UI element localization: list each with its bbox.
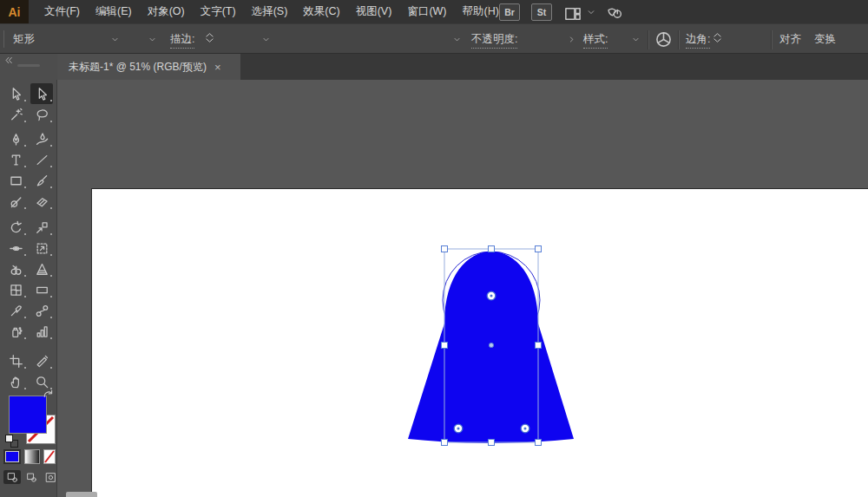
menu-separator bbox=[488, 5, 489, 18]
scale-tool[interactable] bbox=[30, 217, 53, 238]
workspace-switcher-icon[interactable] bbox=[564, 5, 582, 23]
stroke-weight-stepper[interactable] bbox=[204, 32, 215, 43]
illustrator-window: Ai 文件(F)编辑(E)对象(O)文字(T)选择(S)效果(C)视图(V)窗口… bbox=[0, 0, 868, 497]
gradient-mode-button[interactable] bbox=[24, 449, 40, 464]
hand-tool[interactable] bbox=[4, 371, 27, 392]
cs-live-icon[interactable] bbox=[606, 4, 622, 21]
chevron-down-icon[interactable] bbox=[587, 8, 595, 16]
selection-tool[interactable] bbox=[4, 83, 27, 104]
mesh-tool[interactable] bbox=[4, 279, 27, 300]
type-tool[interactable] bbox=[4, 149, 27, 170]
menu-item-object[interactable]: 对象(O) bbox=[140, 0, 193, 23]
line-segment-tool[interactable] bbox=[30, 149, 53, 170]
handle-top-left[interactable] bbox=[442, 246, 448, 252]
fill-chevron-down-icon[interactable] bbox=[111, 36, 119, 43]
corner-stepper[interactable] bbox=[712, 32, 723, 43]
default-fill-stroke-icon[interactable] bbox=[3, 434, 21, 451]
free-transform-tool[interactable] bbox=[30, 238, 53, 258]
collapse-panel-icon[interactable] bbox=[3, 56, 13, 65]
menu-item-file[interactable]: 文件(F) bbox=[36, 0, 88, 23]
stroke-weight-chevron-icon[interactable] bbox=[262, 36, 270, 43]
panel-grip[interactable] bbox=[3, 30, 6, 48]
stroke-weight-label[interactable]: 描边: bbox=[170, 32, 194, 49]
corner-widget-top[interactable] bbox=[487, 291, 496, 300]
control-separator bbox=[678, 30, 680, 49]
shape-center-point bbox=[489, 343, 493, 347]
rotate-tool[interactable] bbox=[4, 217, 27, 238]
style-label[interactable]: 样式: bbox=[583, 32, 608, 49]
eraser-tool[interactable] bbox=[30, 191, 53, 212]
document-tab[interactable]: 未标题-1* @ 51% (RGB/预览) × bbox=[57, 54, 240, 80]
tool-group-1 bbox=[4, 128, 53, 212]
opacity-label[interactable]: 不透明度: bbox=[471, 32, 517, 49]
menu-item-type[interactable]: 文字(T) bbox=[193, 0, 244, 23]
color-mode-button[interactable] bbox=[3, 449, 21, 464]
artboard-tool[interactable] bbox=[4, 350, 27, 371]
partial-scrollbar-thumb[interactable] bbox=[66, 492, 97, 497]
handle-middle-right[interactable] bbox=[536, 343, 542, 349]
column-graph-tool[interactable] bbox=[30, 321, 53, 342]
menu-item-edit[interactable]: 编辑(E) bbox=[88, 0, 140, 23]
draw-inside-button[interactable] bbox=[42, 470, 59, 484]
direct-selection-tool[interactable] bbox=[30, 83, 53, 104]
slice-tool[interactable] bbox=[30, 350, 53, 371]
eyedropper-tool[interactable] bbox=[4, 300, 27, 321]
pen-tool[interactable] bbox=[4, 128, 27, 149]
stock-button[interactable]: St bbox=[531, 3, 552, 21]
lasso-tool[interactable] bbox=[30, 104, 53, 125]
align-panel-button[interactable]: 对齐 bbox=[779, 32, 801, 47]
selection-type-label: 矩形 bbox=[13, 32, 35, 47]
curvature-tool[interactable] bbox=[30, 128, 53, 149]
symbol-sprayer-tool[interactable] bbox=[4, 321, 27, 342]
menu-item-view[interactable]: 视图(V) bbox=[348, 0, 400, 23]
corner-widget-bottom-left[interactable] bbox=[454, 424, 463, 433]
handle-bottom-right[interactable] bbox=[536, 440, 542, 446]
document-tab-bar: 未标题-1* @ 51% (RGB/预览) × bbox=[0, 54, 868, 80]
perspective-grid-tool[interactable] bbox=[30, 258, 53, 279]
brush-chevron-down-icon[interactable] bbox=[453, 36, 461, 43]
tool-group-3 bbox=[4, 350, 53, 392]
menu-items: 文件(F)编辑(E)对象(O)文字(T)选择(S)效果(C)视图(V)窗口(W)… bbox=[36, 0, 507, 23]
opacity-panel-arrow-icon[interactable] bbox=[568, 36, 575, 43]
control-separator bbox=[771, 30, 773, 49]
gradient-tool[interactable] bbox=[30, 279, 53, 300]
tab-close-icon[interactable]: × bbox=[214, 62, 221, 73]
none-mode-button[interactable] bbox=[43, 449, 56, 464]
rectangle-tool[interactable] bbox=[4, 170, 27, 191]
fill-indicator[interactable] bbox=[9, 396, 47, 434]
menu-item-window[interactable]: 窗口(W) bbox=[399, 0, 454, 23]
blend-tool[interactable] bbox=[30, 300, 53, 321]
handle-middle-left[interactable] bbox=[442, 343, 448, 349]
tools-panel-grip[interactable] bbox=[17, 64, 40, 67]
draw-normal-button[interactable] bbox=[3, 470, 21, 484]
corner-label[interactable]: 边角: bbox=[686, 32, 710, 49]
control-separator bbox=[648, 30, 649, 49]
canvas-area[interactable] bbox=[57, 80, 868, 497]
artwork-overlay bbox=[57, 80, 868, 497]
handle-top-right[interactable] bbox=[536, 246, 542, 252]
handle-bottom-left[interactable] bbox=[442, 440, 448, 446]
transform-panel-button[interactable]: 变换 bbox=[814, 32, 836, 47]
draw-behind-button[interactable] bbox=[23, 470, 40, 484]
magic-wand-tool[interactable] bbox=[4, 104, 27, 125]
recolor-artwork-icon[interactable] bbox=[654, 30, 673, 49]
shape-builder-tool[interactable] bbox=[4, 258, 27, 279]
swap-fill-stroke-icon[interactable] bbox=[43, 389, 56, 402]
menu-item-effect[interactable]: 效果(C) bbox=[295, 0, 347, 23]
handle-top-center[interactable] bbox=[489, 246, 495, 252]
tools-panel-header bbox=[0, 54, 57, 80]
style-chevron-down-icon[interactable] bbox=[632, 36, 640, 43]
menu-bar: Ai 文件(F)编辑(E)对象(O)文字(T)选择(S)效果(C)视图(V)窗口… bbox=[0, 0, 868, 23]
tools-panel bbox=[0, 80, 57, 497]
bridge-button[interactable]: Br bbox=[499, 3, 520, 21]
control-bar: 矩形 描边: 基本 不透明度: 100% 样式: 边角: 106 px bbox=[0, 23, 868, 54]
shaper-tool[interactable] bbox=[4, 191, 27, 212]
paintbrush-tool[interactable] bbox=[30, 170, 53, 191]
width-tool[interactable] bbox=[4, 238, 27, 258]
stroke-chevron-down-icon[interactable] bbox=[148, 36, 156, 43]
document-tab-title: 未标题-1* @ 51% (RGB/预览) bbox=[57, 60, 207, 75]
handle-bottom-center[interactable] bbox=[489, 440, 495, 446]
app-logo: Ai bbox=[0, 0, 29, 23]
menu-item-select[interactable]: 选择(S) bbox=[244, 0, 296, 23]
corner-widget-bottom-right[interactable] bbox=[521, 424, 529, 433]
